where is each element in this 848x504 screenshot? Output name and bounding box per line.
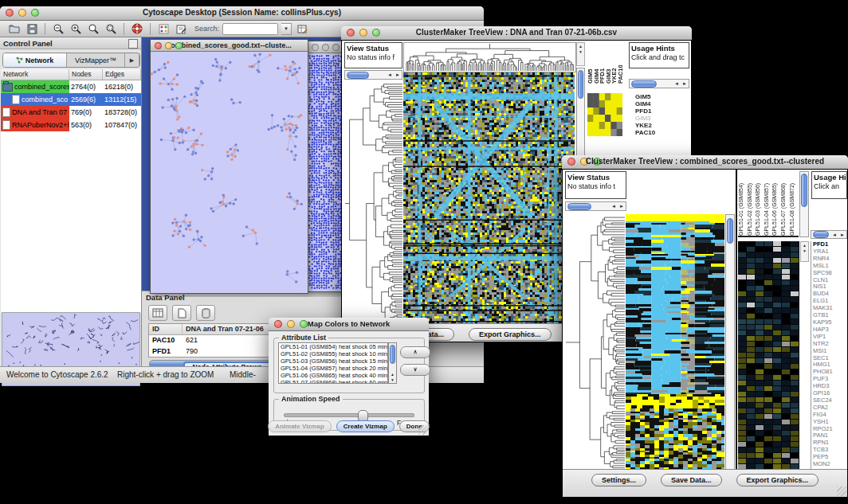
attribute-list-item[interactable]: GPL51-06 (GSM865) heat shock 40 min	[279, 372, 387, 379]
tv2-split-divider[interactable]	[736, 170, 737, 471]
array-label[interactable]: GPL51-06 (GSM865)	[771, 171, 780, 236]
move-up-button[interactable]: ∧	[400, 346, 430, 358]
delete-attribute-icon[interactable]	[196, 305, 215, 321]
annotation-icon[interactable]	[174, 22, 188, 35]
scroll-right-icon[interactable]: ►	[681, 81, 689, 86]
tv1-zoom-hscrollbar[interactable]: ◄►	[629, 79, 689, 88]
tv2-action-button[interactable]: Settings...	[591, 474, 646, 486]
tv2-genelist-hscrollbar[interactable]: ◄►	[811, 230, 847, 239]
tv1-gene-dendrogram[interactable]	[344, 81, 403, 326]
array-label[interactable]: GPL51-07 (GSM868)	[780, 171, 789, 236]
array-label[interactable]: YKE2	[611, 42, 618, 84]
table-edit-icon[interactable]	[295, 22, 309, 35]
search-input[interactable]	[222, 23, 278, 35]
column-header-nodes[interactable]: Nodes	[69, 69, 103, 80]
help-lifering-icon[interactable]	[130, 22, 144, 35]
tv1-global-heatmap[interactable]	[403, 72, 575, 326]
close-button[interactable]	[155, 42, 162, 49]
tv1-action-button[interactable]: Export Graphics...	[469, 328, 552, 341]
network-table-row[interactable]: combined_sco 2569(6) 13112(15)	[1, 93, 141, 106]
save-icon[interactable]	[25, 22, 39, 35]
gene-label[interactable]: GIM4	[635, 100, 655, 107]
tv1-zoom-heatmap[interactable]	[587, 93, 622, 136]
network-view-window[interactable]: combined_scores_good.txt--cluste...	[150, 39, 308, 294]
scroll-right-icon[interactable]: ►	[838, 232, 846, 237]
tab-network[interactable]: Network	[3, 53, 67, 67]
network-table-row[interactable]: RNAPuberNov2+! 563(0) 107847(0)	[1, 119, 141, 131]
gene-label[interactable]: GIM3	[635, 115, 655, 122]
zoom-out-icon[interactable]	[51, 22, 65, 35]
scroll-left-icon[interactable]: ◄	[386, 72, 394, 77]
array-label[interactable]: GPL51-01 (GSM854)	[738, 171, 747, 236]
tv1-mid-scroll-arrows[interactable]: ▲▼	[576, 42, 585, 66]
attribute-list-item[interactable]: GPL51-03 (GSM856) heat shock 15 min	[279, 357, 387, 365]
tv2-collabel-vscrollbar[interactable]	[799, 171, 809, 237]
move-down-button[interactable]: ∨	[400, 364, 430, 376]
scroll-right-icon[interactable]: ►	[394, 72, 402, 77]
scroll-left-icon[interactable]: ◄	[610, 204, 618, 209]
id-column-header[interactable]: ID	[149, 324, 183, 334]
attribute-list-item[interactable]: GPL51-04 (GSM857) heat shock 20 min	[279, 365, 387, 372]
gene-label[interactable]: PFD1	[635, 107, 655, 115]
tab-vizmapper[interactable]: VizMapper™	[67, 53, 125, 67]
array-label[interactable]: GPL51-02 (GSM855)	[747, 171, 756, 236]
gene-label[interactable]: GIM5	[635, 93, 655, 100]
tv2-vscrollbar[interactable]	[725, 214, 735, 471]
slider-thumb[interactable]	[358, 410, 368, 421]
tv2-gene-dendrogram[interactable]	[565, 214, 626, 471]
array-label[interactable]: GPL51-03 (GSM856)	[755, 171, 764, 236]
main-titlebar[interactable]: Cytoscape Desktop (Session Name: collins…	[0, 6, 484, 21]
resize-grip[interactable]	[418, 425, 428, 435]
background-network-canvas[interactable]	[308, 53, 344, 290]
open-folder-icon[interactable]	[7, 22, 22, 35]
gene-label[interactable]: PAC10	[635, 129, 655, 136]
background-window-titlebar[interactable]	[308, 41, 345, 53]
scroll-left-icon[interactable]: ◄	[830, 232, 838, 237]
network-table-row[interactable]: combined_scores 2764(0) 16218(0)	[1, 80, 141, 93]
attribute-list-scrollbar[interactable]: ▲ ▼	[388, 342, 397, 384]
zoom-button[interactable]	[175, 42, 183, 49]
array-label[interactable]: GPL51-04 (GSM857)	[764, 171, 772, 236]
array-label[interactable]: GIM5	[587, 42, 594, 84]
select-attributes-icon[interactable]	[148, 305, 167, 321]
dialog-titlebar[interactable]: Map Colors to Network	[269, 318, 429, 331]
tv2-zoom-scroll-arrows[interactable]: ▲▼	[800, 241, 809, 262]
attribute-list-item[interactable]: GPL51-02 (GSM855) heat shock 10 min	[279, 350, 387, 357]
tv2-titlebar[interactable]: ClusterMaker TreeView : combined_scores_…	[562, 155, 848, 170]
column-header-edges[interactable]: Edges	[103, 69, 141, 80]
background-network-window[interactable]	[307, 41, 346, 292]
tv2-action-button[interactable]: Export Graphics...	[736, 474, 819, 486]
zoom-fit-icon[interactable]	[86, 22, 100, 35]
array-label[interactable]: PFD1	[599, 42, 606, 84]
tv1-array-dendrogram[interactable]	[403, 42, 576, 72]
create-vizmap-button[interactable]: Create Vizmap	[336, 420, 395, 432]
search-dropdown-icon[interactable]: ▼	[281, 23, 292, 35]
tv1-titlebar[interactable]: ClusterMaker TreeView : DNA and Tran 07-…	[341, 26, 692, 41]
animate-vizmap-button[interactable]: Animate Vizmap	[268, 420, 332, 432]
attribute-list-item[interactable]: GPL51-07 (GSM868) heat shock 60 min	[279, 379, 387, 384]
zoom-selected-icon[interactable]	[104, 22, 118, 35]
minimize-button[interactable]	[165, 42, 172, 49]
tv2-action-button[interactable]: Save Data...	[661, 474, 722, 486]
tab-overflow-button[interactable]: ▶	[125, 53, 139, 67]
scroll-right-icon[interactable]: ►	[618, 204, 626, 209]
array-label[interactable]: GPL51-08 (GSM872)	[789, 171, 798, 236]
tv2-global-heatmap[interactable]	[626, 214, 724, 471]
animation-speed-slider[interactable]	[284, 413, 414, 417]
gene-label[interactable]: MON2	[811, 461, 847, 468]
gene-label[interactable]: YKE2	[635, 122, 655, 129]
attribute-list-item[interactable]: GPL51-01 (GSM854) heat shock 05 min	[279, 343, 387, 350]
scroll-left-icon[interactable]: ◄	[673, 81, 681, 86]
import-network-icon[interactable]	[156, 22, 171, 35]
column-header-network[interactable]: Network	[1, 69, 69, 80]
network-view-canvas[interactable]	[151, 52, 306, 291]
float-panel-icon[interactable]	[128, 39, 138, 49]
network-table-row[interactable]: DNA and Tran 07 769(0) 183728(0)	[1, 106, 141, 119]
array-label[interactable]: PAC10	[618, 42, 624, 84]
tv2-zoom-heatmap[interactable]	[738, 241, 799, 469]
new-attribute-icon[interactable]	[172, 305, 191, 321]
resize-grip[interactable]	[837, 486, 846, 496]
tv2-left-hscrollbar[interactable]: ◄►	[565, 201, 626, 211]
zoom-in-icon[interactable]	[69, 22, 83, 35]
tv1-left-hscrollbar[interactable]: ◄►	[344, 70, 402, 80]
